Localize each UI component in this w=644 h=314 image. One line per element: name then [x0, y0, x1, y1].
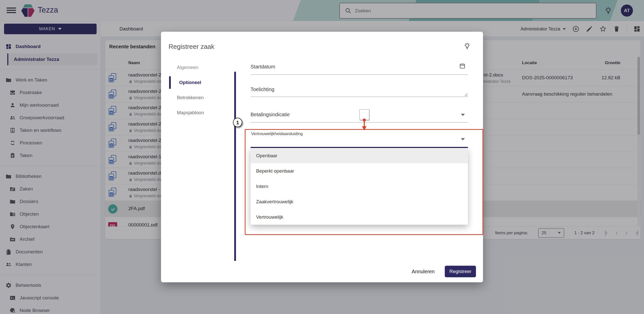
modal-title: Registreer zaak [169, 43, 214, 51]
modal-tab-betrokkenen[interactable]: Betrokkenen [161, 90, 234, 105]
modal-tab-label: Mapsjabloon [177, 110, 204, 115]
app-root: Tezza AT MAKEN DashboardAdministrator Te… [0, 0, 644, 314]
modal-tab-label: Betrokkenen [177, 95, 204, 100]
register-button[interactable]: Registreer [445, 266, 476, 277]
betalingsindicatie-label: Betalingsindicatie [251, 112, 290, 117]
annotation-arrow-shaft [364, 121, 365, 127]
resize-handle-icon[interactable] [464, 93, 468, 96]
modal-tab-label: Optioneel [179, 80, 201, 85]
toelichting-input[interactable] [251, 97, 468, 97]
startdatum-input[interactable] [251, 74, 468, 75]
modal-tab-mapsjabloon[interactable]: Mapsjabloon [161, 105, 234, 120]
chevron-down-icon[interactable] [461, 114, 465, 116]
calendar-icon[interactable] [459, 63, 465, 69]
modal-tab-algemeen[interactable]: Algemeen [161, 60, 234, 75]
annotation-highlight-rect [245, 129, 483, 235]
help-lightbulb-icon[interactable] [463, 42, 471, 50]
betalingsindicatie-select[interactable] [251, 122, 468, 123]
modal-nav-divider [234, 72, 236, 261]
modal-tab-optioneel[interactable]: Optioneel [161, 75, 234, 90]
toelichting-label: Toelichting [251, 87, 274, 92]
modal-nav: AlgemeenOptioneelBetrokkenenMapsjabloon [161, 60, 234, 120]
cancel-button[interactable]: Annuleren [408, 266, 438, 277]
modal-tab-label: Algemeen [177, 65, 198, 70]
annotation-step-badge: 1 [233, 118, 242, 127]
startdatum-label: Startdatum [251, 64, 275, 70]
